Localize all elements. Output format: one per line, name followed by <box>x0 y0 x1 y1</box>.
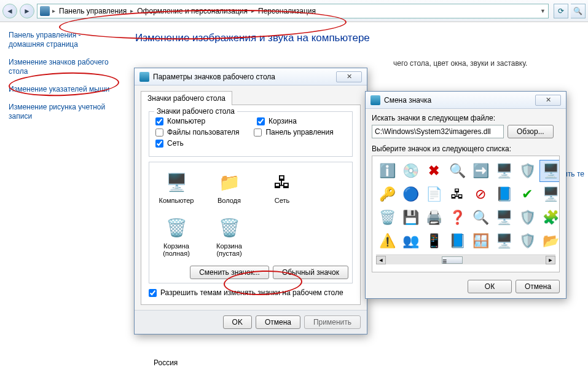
dialog-body: Искать значки в следующем файле: Обзор..… <box>366 109 566 298</box>
page-heading: Изменение изображения и звука на компьют… <box>135 32 576 44</box>
dialog-title: Смена значка <box>384 96 431 105</box>
picker-icon[interactable]: ⊘ <box>469 183 492 205</box>
dialog-change-icon: Смена значка ✕ Искать значки в следующем… <box>365 91 566 299</box>
ok-button[interactable]: ОК <box>468 280 512 293</box>
cancel-button[interactable]: Отмена <box>515 280 560 293</box>
search-button[interactable]: 🔍 <box>571 4 586 18</box>
dialog-desktop-icon-settings: Параметры значков рабочего стола ✕ Значк… <box>134 68 367 334</box>
picker-icon[interactable]: 🗑️ <box>376 207 398 229</box>
apply-button[interactable]: Применить <box>304 315 361 329</box>
checkbox-network[interactable]: Сеть <box>155 139 184 148</box>
group-label: Значки рабочего стола <box>154 107 237 116</box>
label-pick-icon: Выберите значок из следующего списка: <box>372 144 560 153</box>
picker-icon[interactable]: 🔵 <box>399 183 421 205</box>
page-desc-visible-tail: чего стола, цвет окна, звуки и заставку. <box>393 59 527 68</box>
icon-item-computer[interactable]: 🖥️Компьютер <box>155 170 197 204</box>
nav-fwd-button[interactable]: ► <box>20 4 34 18</box>
icon-item-user[interactable]: 📁Володя <box>208 170 250 204</box>
picker-icon[interactable]: 💾 <box>399 207 421 229</box>
checkbox-computer[interactable]: Компьютер <box>155 117 205 125</box>
picker-icon[interactable]: 📄 <box>423 183 445 205</box>
picker-icon[interactable]: 🖥️ <box>493 207 515 229</box>
checkbox-allow-themes[interactable]: Разрешить темам изменять значки на рабоч… <box>149 288 353 297</box>
bottom-text: Россия <box>154 358 178 367</box>
picker-icon[interactable]: 🖧 <box>446 183 468 205</box>
tab-desktop-icons[interactable]: Значки рабочего стола <box>141 91 232 105</box>
picker-icon[interactable]: ➡️ <box>469 160 492 182</box>
chevron-right-icon: ▸ <box>52 7 55 14</box>
label-search-file: Искать значки в следующем файле: <box>372 114 560 122</box>
recycle-bin-full-icon: 🗑️ <box>164 215 189 240</box>
picker-icon[interactable]: 👥 <box>399 230 421 252</box>
dialog-body: Значки рабочего стола Значки рабочего ст… <box>135 85 367 310</box>
scroll-left-button[interactable]: ◄ <box>376 256 386 264</box>
picker-icon[interactable]: 📂 <box>539 230 560 252</box>
icon-item-bin-empty[interactable]: 🗑️Корзина (пустая) <box>208 215 250 257</box>
checkbox-control-panel[interactable]: Панель управления <box>254 128 333 137</box>
nav-back-button[interactable]: ◄ <box>2 4 17 18</box>
picker-icon[interactable]: 🛡️ <box>516 207 538 229</box>
picker-icon[interactable]: ⚠️ <box>376 230 398 252</box>
checkbox-recycle-bin[interactable]: Корзина <box>257 117 297 125</box>
picker-icon[interactable]: 📘 <box>493 183 515 205</box>
close-button[interactable]: ✕ <box>535 95 561 106</box>
picker-icon[interactable]: 🔑 <box>376 183 398 205</box>
icon-item-bin-full[interactable]: 🗑️Корзина (полная) <box>155 215 197 257</box>
picker-icon[interactable]: ℹ️ <box>376 160 398 182</box>
close-button[interactable]: ✕ <box>336 71 362 82</box>
browse-button[interactable]: Обзор... <box>508 125 554 138</box>
icon-path-input[interactable] <box>372 125 504 138</box>
breadcrumb-control-panel[interactable]: Панель управления <box>58 6 128 17</box>
picker-icon[interactable]: 🛡️ <box>516 160 538 182</box>
dialog-title: Параметры значков рабочего стола <box>153 73 275 81</box>
breadcrumb-personalization[interactable]: Персонализация <box>257 6 317 17</box>
address-bar[interactable]: ▸ Панель управления ▸ Оформление и персо… <box>37 4 549 18</box>
icon-item-network[interactable]: 🖧Сеть <box>261 170 303 204</box>
ok-button[interactable]: OK <box>223 315 252 329</box>
picker-icon[interactable]: 📱 <box>423 230 445 252</box>
picker-icon[interactable]: 🛡️ <box>516 230 538 252</box>
sidebar-link-mouse-pointers[interactable]: Изменение указателей мыши <box>9 85 114 94</box>
refresh-button[interactable]: ⟳ <box>554 4 568 18</box>
picker-icon-selected[interactable]: 🖥️ <box>539 160 560 182</box>
window-icon <box>370 95 380 105</box>
breadcrumb-appearance[interactable]: Оформление и персонализация <box>136 6 249 17</box>
dropdown-icon[interactable]: ▼ <box>540 8 546 14</box>
recycle-bin-empty-icon: 🗑️ <box>217 215 241 240</box>
cancel-button[interactable]: Отмена <box>256 315 300 329</box>
dialog-titlebar[interactable]: Смена значка ✕ <box>366 92 566 109</box>
sidebar: Панель управления - домашняя страница Из… <box>0 22 123 372</box>
picker-icon[interactable]: 📘 <box>446 230 468 252</box>
tab-panel: Значки рабочего стола Компьютер Корзина … <box>141 105 361 305</box>
picker-icon[interactable]: 🖥️ <box>493 230 515 252</box>
icon-picker: ℹ️ 💿 ✖ 🔍 ➡️ 🖥️ 🛡️ 🖥️ 🔑 🔵 📄 🖧 ⊘ 📘 ✔ 🖥️ 🗑️… <box>372 156 560 272</box>
checkbox-user-files[interactable]: Файлы пользователя <box>155 128 239 137</box>
scroll-right-button[interactable]: ► <box>546 256 555 264</box>
change-icon-button[interactable]: Сменить значок... <box>190 266 269 279</box>
location-icon <box>40 6 50 16</box>
chevron-right-icon: ▸ <box>130 7 133 14</box>
sidebar-link-desktop-icons[interactable]: Изменение значков рабочего стола <box>9 58 114 76</box>
dialog-titlebar[interactable]: Параметры значков рабочего стола ✕ <box>135 68 367 85</box>
picker-icon[interactable]: 🔍 <box>469 207 492 229</box>
chevron-right-icon: ▸ <box>251 7 254 14</box>
horizontal-scrollbar[interactable]: ◄ ≡ ► <box>376 255 555 264</box>
picker-icon[interactable]: 🔍 <box>446 160 468 182</box>
picker-icon[interactable]: ✔ <box>516 183 538 205</box>
sidebar-home-link[interactable]: Панель управления - домашняя страница <box>9 31 114 49</box>
picker-icon[interactable]: 🖥️ <box>493 160 515 182</box>
folder-icon: 📁 <box>217 170 241 194</box>
picker-icon[interactable]: 💿 <box>399 160 421 182</box>
network-icon: 🖧 <box>270 170 294 194</box>
picker-icon[interactable]: 🖥️ <box>539 183 560 205</box>
default-icon-button[interactable]: Обычный значок <box>273 266 348 279</box>
scroll-thumb[interactable]: ≡ <box>442 256 463 264</box>
picker-icon[interactable]: 🧩 <box>539 207 560 229</box>
sidebar-link-account-picture[interactable]: Изменение рисунка учетной записи <box>9 103 114 121</box>
picker-icon[interactable]: 🪟 <box>469 230 492 252</box>
icon-preview-box: 🖥️Компьютер 📁Володя 🖧Сеть 🗑️Корзина (пол… <box>149 162 353 283</box>
scroll-track[interactable]: ≡ <box>386 256 546 264</box>
picker-icon[interactable]: ✖ <box>423 160 445 182</box>
picker-icon[interactable]: 🖨️ <box>423 207 445 229</box>
picker-icon[interactable]: ❓ <box>446 207 468 229</box>
